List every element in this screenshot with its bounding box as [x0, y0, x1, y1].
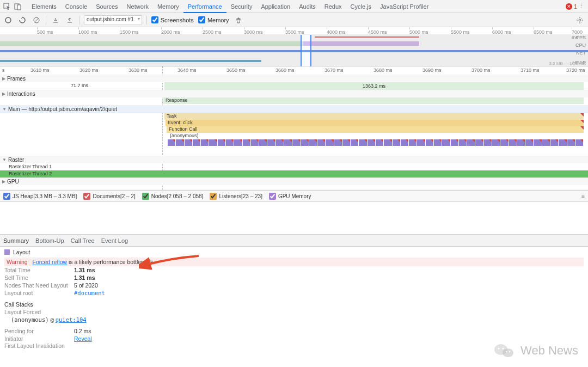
metric-jsheap[interactable]: JS Heap[3.3 MB – 3.3 MB] [3, 193, 77, 200]
layout-block[interactable] [243, 139, 250, 146]
layout-block[interactable] [500, 139, 508, 146]
layout-block[interactable] [475, 139, 483, 146]
more-menu-icon[interactable]: ⋮ [577, 3, 585, 10]
layout-block[interactable] [226, 139, 234, 146]
layout-block[interactable] [417, 139, 425, 146]
inspect-icon[interactable] [3, 3, 11, 10]
layout-block[interactable] [442, 139, 450, 146]
collapse-icon[interactable]: ▶ [2, 91, 5, 96]
layout-block[interactable] [409, 139, 416, 146]
layout-block[interactable] [317, 139, 325, 146]
layout-block[interactable] [367, 139, 375, 146]
reload-record-button[interactable] [17, 15, 27, 25]
overview-timeline[interactable]: 500 ms 1000 ms 1500 ms 2000 ms 2500 ms 3… [0, 27, 588, 66]
anonymous-span[interactable]: (anonymous) [168, 133, 584, 139]
tab-audits[interactable]: Audits [295, 0, 320, 13]
tab-redux[interactable]: Redux [320, 0, 346, 13]
clear-button[interactable] [32, 15, 41, 25]
tab-sources[interactable]: Sources [91, 0, 122, 13]
layout-block[interactable] [393, 139, 400, 146]
gpu-track[interactable]: ▶GPU [0, 178, 588, 190]
tab-network[interactable]: Network [122, 0, 153, 13]
layout-block[interactable] [334, 139, 342, 146]
layout-block[interactable] [193, 139, 200, 146]
metric-gpu[interactable]: GPU Memory [269, 193, 311, 200]
layout-block[interactable] [301, 139, 309, 146]
layout-block[interactable] [559, 139, 566, 146]
layout-block[interactable] [525, 139, 533, 146]
frames-track[interactable]: ▶Frames 71.7 ms 1363.2 ms [0, 75, 588, 90]
layout-block[interactable] [459, 139, 467, 146]
save-profile-button[interactable] [65, 15, 75, 25]
layout-block[interactable] [234, 139, 242, 146]
memory-checkbox[interactable]: Memory [198, 16, 229, 23]
load-profile-button[interactable] [51, 15, 60, 25]
raster-thread-2[interactable]: Rasterizer Thread 2 [0, 170, 588, 178]
tab-memory[interactable]: Memory [153, 0, 183, 13]
source-location-link[interactable]: quiet:104 [56, 316, 87, 323]
gc-button[interactable] [234, 15, 243, 25]
overview-selection-handle[interactable] [301, 35, 311, 66]
tab-eventlog[interactable]: Event Log [101, 237, 128, 244]
layout-block[interactable] [251, 139, 259, 146]
layout-block[interactable] [517, 139, 525, 146]
layout-block[interactable] [567, 139, 575, 146]
layout-block[interactable] [292, 139, 300, 146]
layout-root-link[interactable]: #document [74, 290, 105, 296]
layout-block[interactable] [542, 139, 550, 146]
tab-elements[interactable]: Elements [27, 0, 61, 13]
collapse-icon[interactable]: ▼ [2, 107, 7, 112]
tab-jsprofiler[interactable]: JavaScript Profiler [376, 0, 433, 13]
layout-block[interactable] [384, 139, 391, 146]
metrics-menu-icon[interactable]: ≡ [581, 193, 585, 199]
layout-block[interactable] [426, 139, 433, 146]
layout-block[interactable] [451, 139, 458, 146]
tab-application[interactable]: Application [256, 0, 295, 13]
layout-block[interactable] [492, 139, 500, 146]
layout-block[interactable] [168, 139, 175, 146]
tab-performance[interactable]: Performance [183, 0, 226, 13]
layout-block[interactable] [351, 139, 358, 146]
layout-block[interactable] [284, 139, 292, 146]
layout-block[interactable] [185, 139, 192, 146]
response-span[interactable]: Response [163, 97, 584, 104]
layout-block[interactable] [259, 139, 267, 146]
reveal-link[interactable]: Reveal [74, 335, 92, 342]
layout-block[interactable] [467, 139, 475, 146]
layout-block[interactable] [575, 139, 583, 146]
collapse-icon[interactable]: ▼ [2, 157, 7, 162]
device-toggle-icon[interactable] [14, 3, 22, 10]
frame-span[interactable]: 1363.2 ms [164, 82, 584, 90]
raster-track[interactable]: ▼Raster Rasterizer Thread 1 Rasterizer T… [0, 156, 588, 178]
layout-block[interactable] [359, 139, 366, 146]
raster-thread-1[interactable]: Rasterizer Thread 1 [0, 163, 588, 170]
interactions-track[interactable]: ▶Interactions Response [0, 90, 588, 106]
task-span[interactable]: Task [164, 113, 584, 120]
metric-documents[interactable]: Documents[2 – 2] [83, 193, 135, 200]
layout-block[interactable] [326, 139, 333, 146]
layout-block[interactable] [309, 139, 317, 146]
flame-chart-area[interactable]: s 3610 ms 3620 ms 3630 ms 3640 ms 3650 m… [0, 66, 588, 190]
layout-block[interactable] [534, 139, 541, 146]
layout-block[interactable] [550, 139, 558, 146]
recording-select[interactable]: output.jsbin.com #1 [84, 15, 142, 25]
layout-block[interactable] [218, 139, 225, 146]
tab-summary[interactable]: Summary [3, 237, 29, 244]
layout-block[interactable] [509, 139, 517, 146]
collapse-icon[interactable]: ▶ [2, 179, 5, 184]
layout-blocks-row[interactable] [0, 139, 588, 147]
layout-block[interactable] [209, 139, 217, 146]
layout-block[interactable] [176, 139, 183, 146]
collapse-icon[interactable]: ▶ [2, 76, 5, 81]
function-call-span[interactable]: Function Call [167, 126, 584, 133]
tab-security[interactable]: Security [226, 0, 257, 13]
layout-block[interactable] [484, 139, 492, 146]
record-button[interactable] [3, 15, 13, 25]
metric-listeners[interactable]: Listeners[23 – 23] [210, 193, 262, 200]
tab-cyclejs[interactable]: Cycle.js [346, 0, 376, 13]
main-thread-track[interactable]: ▼Main — http://output.jsbin.com/aqavin/2… [0, 106, 588, 156]
tab-bottomup[interactable]: Bottom-Up [35, 237, 64, 244]
layout-block[interactable] [434, 139, 442, 146]
screenshots-checkbox[interactable]: Screenshots [151, 16, 194, 23]
forced-reflow-link[interactable]: Forced reflow [32, 259, 67, 265]
